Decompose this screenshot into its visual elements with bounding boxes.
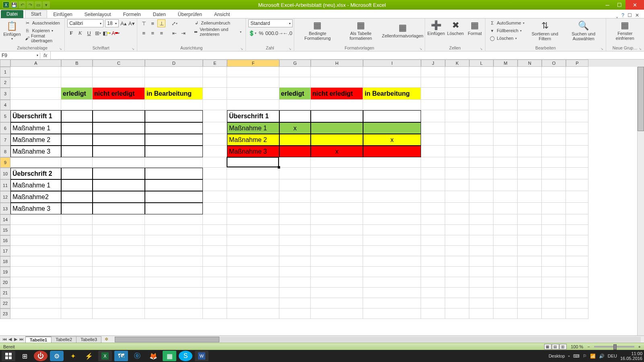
cell-H16[interactable] (311, 235, 363, 246)
cell-O17[interactable] (542, 246, 566, 256)
cell-K1[interactable] (445, 67, 469, 77)
cell-E10[interactable] (203, 168, 227, 179)
cell-F20[interactable] (227, 277, 279, 288)
cell-B10[interactable] (61, 168, 93, 179)
help-icon[interactable]: ? (621, 12, 624, 18)
cell-N23[interactable] (518, 309, 542, 319)
cell-E4[interactable] (203, 100, 227, 110)
format-painter-button[interactable]: 🖌Format übertragen (23, 35, 62, 42)
cell-O4[interactable] (542, 100, 566, 110)
fill-button[interactable]: ▾Füllbereich (488, 27, 526, 34)
cell-H11[interactable] (311, 179, 363, 191)
cell-H21[interactable] (311, 288, 363, 298)
cell-B22[interactable] (61, 298, 93, 309)
sheet-nav-last-icon[interactable]: ⏭ (19, 337, 24, 342)
cell-G19[interactable] (279, 267, 311, 277)
new-sheet-icon[interactable]: ✲ (101, 337, 111, 342)
row-header-20[interactable]: 20 (0, 277, 10, 288)
horizontal-scrollbar[interactable] (115, 337, 641, 342)
col-header-C[interactable]: C (93, 60, 145, 67)
cell-E2[interactable] (203, 77, 227, 88)
undo-icon[interactable]: ↶ (19, 1, 26, 8)
taskbar-app-winamp[interactable]: ⚡ (82, 351, 96, 361)
cell-D2[interactable] (145, 77, 203, 88)
cell-L19[interactable] (469, 267, 493, 277)
cell-N19[interactable] (518, 267, 542, 277)
cell-H6[interactable] (311, 122, 363, 134)
cell-P6[interactable] (566, 122, 588, 134)
cell-G11[interactable] (279, 179, 311, 191)
cell-K18[interactable] (445, 256, 469, 267)
cell-A4[interactable] (10, 100, 61, 110)
cell-G14[interactable] (279, 214, 311, 225)
cell-J23[interactable] (421, 309, 445, 319)
cell-H19[interactable] (311, 267, 363, 277)
cell-A23[interactable] (10, 309, 61, 319)
cell-L1[interactable] (469, 67, 493, 77)
cell-J2[interactable] (421, 77, 445, 88)
worksheet-grid[interactable]: ABCDEFGHIJKLMNOP123erledigtnicht erledig… (0, 60, 644, 335)
cell-L13[interactable] (469, 203, 493, 214)
cell-M11[interactable] (493, 179, 518, 191)
cell-N6[interactable] (518, 122, 542, 134)
cell-I21[interactable] (363, 288, 421, 298)
decrease-decimal-icon[interactable]: ←.0 (283, 29, 291, 37)
cell-P23[interactable] (566, 309, 588, 319)
cell-N10[interactable] (518, 168, 542, 179)
ribbon-minimize-icon[interactable]: ˬ (616, 12, 618, 18)
cell-A13[interactable]: Maßnahme 3 (10, 203, 61, 214)
cell-L16[interactable] (469, 235, 493, 246)
cell-I2[interactable] (363, 77, 421, 88)
cell-N13[interactable] (518, 203, 542, 214)
increase-decimal-icon[interactable]: .0→ (275, 29, 283, 37)
cell-P17[interactable] (566, 246, 588, 256)
cell-F3[interactable] (227, 88, 279, 100)
cell-F5[interactable]: Überschrift 1 (227, 110, 279, 122)
cell-B16[interactable] (61, 235, 93, 246)
cell-K11[interactable] (445, 179, 469, 191)
cell-M4[interactable] (493, 100, 518, 110)
cell-F18[interactable] (227, 256, 279, 267)
cell-J16[interactable] (421, 235, 445, 246)
window-close-icon[interactable]: ✕ (635, 12, 639, 18)
cell-E18[interactable] (203, 256, 227, 267)
cell-F16[interactable] (227, 235, 279, 246)
cell-C18[interactable] (93, 256, 145, 267)
cell-J9[interactable] (421, 157, 445, 168)
cell-P8[interactable] (566, 146, 588, 157)
row-header-11[interactable]: 11 (0, 179, 10, 191)
cell-M18[interactable] (493, 256, 518, 267)
tray-language[interactable]: DEU (608, 354, 617, 358)
row-header-13[interactable]: 13 (0, 203, 10, 214)
cell-N11[interactable] (518, 179, 542, 191)
cell-M17[interactable] (493, 246, 518, 256)
freeze-panes-button[interactable]: ▦Fenster einfrieren (609, 19, 642, 41)
bold-button[interactable]: F (67, 29, 75, 37)
cell-A2[interactable] (10, 77, 61, 88)
cell-L14[interactable] (469, 214, 493, 225)
cell-L8[interactable] (469, 146, 493, 157)
cell-K22[interactable] (445, 298, 469, 309)
cell-A10[interactable]: Üebrschrift 2 (10, 168, 61, 179)
cell-E6[interactable] (203, 122, 227, 134)
align-bottom-icon[interactable]: ⊥ (157, 19, 165, 27)
cell-J18[interactable] (421, 256, 445, 267)
cell-E9[interactable] (203, 157, 227, 168)
cell-J5[interactable] (421, 110, 445, 122)
ribbon-tab-ansicht[interactable]: Ansicht (208, 10, 236, 18)
cell-N12[interactable] (518, 191, 542, 203)
cell-I7[interactable]: x (363, 134, 421, 146)
cell-F7[interactable]: Maßnahme 2 (227, 134, 279, 146)
row-header-8[interactable]: 8 (0, 146, 10, 157)
cell-B21[interactable] (61, 288, 93, 298)
taskbar-app-ie[interactable]: ⓔ (130, 351, 144, 361)
cell-O6[interactable] (542, 122, 566, 134)
cell-O8[interactable] (542, 146, 566, 157)
cell-E23[interactable] (203, 309, 227, 319)
cell-P4[interactable] (566, 100, 588, 110)
cell-O21[interactable] (542, 288, 566, 298)
cell-F17[interactable] (227, 246, 279, 256)
taskbar-app-power[interactable]: ⏻ (34, 351, 47, 361)
cell-I15[interactable] (363, 225, 421, 235)
cell-K3[interactable] (445, 88, 469, 100)
